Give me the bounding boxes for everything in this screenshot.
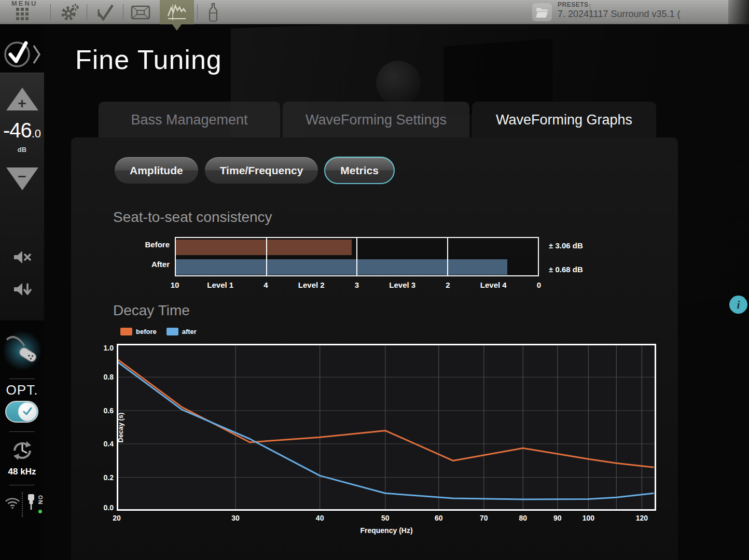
decay-time-plot: Frequency (Hz) Decay (s) 203040506070809…: [117, 344, 656, 511]
mute-button[interactable]: [12, 249, 33, 267]
decay-ytick: 0.8: [104, 373, 114, 381]
info-button[interactable]: i: [729, 296, 747, 314]
menu-grid-icon[interactable]: [16, 7, 29, 23]
seat-bar-before: [176, 240, 352, 255]
volume-db-decimal: .0: [32, 127, 41, 140]
seat-row-label-before: Before: [71, 240, 170, 249]
minus-icon: −: [18, 169, 26, 185]
decay-xtick: 90: [553, 514, 562, 522]
decay-xtick: 30: [231, 514, 240, 522]
volume-strip: + -46.0 dB −: [0, 73, 44, 320]
presets-label: PRESETS: [558, 1, 589, 8]
graphs-tab-active[interactable]: [160, 0, 194, 24]
tab-bass-management[interactable]: Bass Management: [99, 102, 280, 138]
seat-bar-after: [176, 259, 507, 275]
decay-xlabel: Frequency (Hz): [117, 526, 656, 535]
power-on-label: ON: [37, 495, 44, 505]
seat-segment-label-level-1: Level 1: [207, 281, 233, 289]
decay-ylabel: Decay (s): [117, 344, 124, 511]
power-on-indicator: [38, 510, 42, 513]
preset-name[interactable]: 7. 20241117 Surround v35.1 (: [558, 9, 681, 20]
toolbar-divider: [87, 4, 87, 20]
xlr-input-image[interactable]: [4, 330, 41, 371]
seat-axis-value: 3: [355, 281, 359, 289]
top-toolbar: MENU: [0, 0, 749, 24]
wifi-icon: [4, 496, 21, 512]
test-vial-icon[interactable]: [207, 3, 219, 24]
preset-folder-icon[interactable]: [532, 3, 552, 21]
network-status-row: ON: [0, 491, 44, 518]
decay-xtick: 100: [582, 514, 594, 522]
seat-annotation-after: ± 0.68 dB: [549, 265, 583, 274]
decay-ytick: 1.0: [104, 344, 114, 352]
seat-segment-label-level-2: Level 2: [298, 281, 325, 289]
volume-db: -46: [3, 119, 32, 142]
decay-xtick: 50: [381, 514, 390, 522]
decay-ytick: 0.4: [104, 440, 114, 448]
seat-gridline: [266, 238, 267, 275]
legend-swatch-before: [120, 328, 132, 335]
subtab-metrics[interactable]: Metrics: [324, 157, 395, 184]
menu-label: MENU: [11, 0, 37, 7]
optimizer-label: OPT.: [0, 382, 44, 398]
seat-consistency-title: Seat-to-seat consistency: [113, 209, 272, 226]
seat-axis-value: 0: [537, 281, 541, 289]
legend-label-before: before: [136, 328, 157, 335]
trinnov-logo[interactable]: [3, 39, 42, 71]
sidebar-divider: [9, 379, 35, 379]
decay-xtick: 20: [113, 514, 121, 522]
volume-value: -46.0: [0, 119, 44, 142]
tab-waveforming-settings[interactable]: WaveForming Settings: [283, 102, 469, 138]
legend-item-after: after: [167, 328, 197, 335]
graph-type-subtabs: AmplitudeTime/FrequencyMetrics: [114, 157, 395, 184]
graphs-panel: AmplitudeTime/FrequencyMetrics Seat-to-s…: [71, 137, 678, 560]
main-content: Fine Tuning Bass ManagementWaveForming S…: [44, 24, 749, 560]
seat-gridline: [356, 238, 357, 275]
tab-waveforming-graphs[interactable]: WaveForming Graphs: [472, 102, 656, 138]
toolbar-right-shadow: [728, 0, 749, 24]
optimizer-toggle[interactable]: [5, 401, 38, 423]
decay-legend: beforeafter: [120, 328, 197, 335]
settings-gear-icon[interactable]: [60, 3, 79, 24]
subtab-time-frequency[interactable]: Time/Frequency: [204, 157, 319, 184]
legend-swatch-after: [167, 328, 178, 335]
decay-chart-svg: [117, 344, 656, 511]
decay-xtick: 80: [519, 514, 528, 522]
decay-xtick: 120: [636, 514, 648, 522]
toolbar-divider: [197, 4, 198, 20]
decay-xtick: 70: [480, 514, 488, 522]
seat-axis-value: 2: [446, 281, 450, 289]
toolbar-divider: [50, 4, 51, 20]
decay-xtick: 60: [435, 514, 443, 522]
dim-button[interactable]: [12, 281, 33, 300]
power-plug-icon: [26, 493, 36, 514]
decay-plot-bg: [117, 344, 656, 511]
volume-unit: dB: [0, 146, 44, 153]
seat-axis-value: 10: [171, 281, 179, 289]
seat-annotation-before: ± 3.06 dB: [549, 241, 583, 250]
sample-rate-sync-icon: [10, 438, 35, 465]
background-device-knob: [376, 61, 421, 105]
calibration-check-icon[interactable]: [96, 4, 115, 23]
dotted-divider: [22, 492, 23, 517]
seat-consistency-plot: [175, 237, 539, 276]
seat-segment-label-level-3: Level 3: [389, 281, 415, 289]
main-tab-bar: Bass ManagementWaveForming SettingsWaveF…: [99, 102, 656, 138]
seat-gridline: [447, 238, 448, 275]
room-screen-icon[interactable]: [131, 5, 150, 22]
decay-ytick: 0.0: [104, 503, 114, 512]
sidebar-divider: [9, 431, 35, 432]
plus-icon: +: [18, 95, 26, 112]
sidebar-divider: [9, 485, 35, 485]
seat-segment-label-level-4: Level 4: [480, 281, 507, 289]
page-title: Fine Tuning: [75, 44, 222, 75]
decay-ytick: 0.2: [104, 473, 114, 482]
sample-rate-label: 48 kHz: [0, 467, 44, 477]
seat-row-label-after: After: [71, 260, 170, 269]
decay-time-title: Decay Time: [113, 302, 190, 319]
decay-xtick: 40: [316, 514, 324, 522]
seat-axis-value: 4: [263, 281, 268, 289]
subtab-amplitude[interactable]: Amplitude: [114, 157, 199, 184]
toggle-knob-check-icon: [18, 402, 37, 421]
toolbar-divider: [123, 4, 123, 20]
